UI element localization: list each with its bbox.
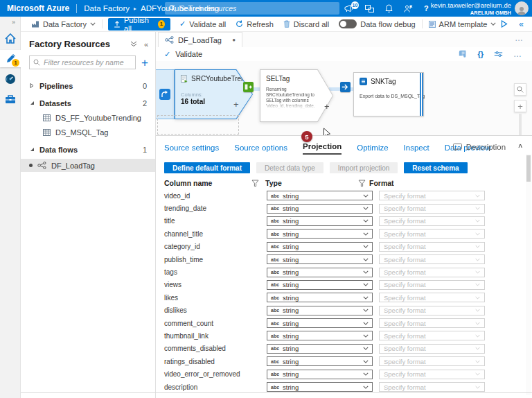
type-dropdown[interactable]: abc string: [267, 344, 373, 354]
tree-item-ds-ff-youtubetrending[interactable]: DS_FF_YoutubeTrending: [21, 111, 155, 124]
format-dropdown[interactable]: Specify format: [379, 229, 485, 239]
tree-group-pipelines[interactable]: Pipelines 0: [21, 79, 155, 92]
reset-schema-button[interactable]: Reset schema: [404, 162, 467, 173]
format-dropdown[interactable]: Specify format: [379, 254, 485, 264]
expand-rail-icon[interactable]: »: [0, 17, 20, 27]
format-dropdown[interactable]: Specify format: [379, 293, 485, 302]
tab-projection[interactable]: 5 Projection: [303, 142, 342, 155]
tree-group-datasets[interactable]: Datasets 2: [21, 96, 155, 110]
type-dropdown[interactable]: abc string: [267, 254, 373, 264]
type-dropdown[interactable]: abc string: [267, 382, 373, 392]
directory-switch-icon[interactable]: [365, 5, 374, 12]
search-input[interactable]: [179, 4, 335, 12]
type-dropdown[interactable]: abc string: [267, 242, 373, 252]
filter-funnel-icon[interactable]: [358, 180, 366, 187]
type-dropdown[interactable]: abc string: [267, 280, 373, 290]
type-dropdown[interactable]: abc string: [267, 370, 373, 379]
tab-inspect[interactable]: Inspect: [404, 144, 429, 155]
tab-source-settings[interactable]: Source settings: [164, 144, 219, 155]
tree-group-dataflows[interactable]: Data flows 1: [21, 143, 155, 156]
format-dropdown[interactable]: Specify format: [379, 318, 485, 328]
tree-item-df-loadtag[interactable]: DF_LoadTag: [21, 159, 155, 172]
breadcrumb-data-factory[interactable]: Data Factory: [84, 4, 130, 12]
type-dropdown[interactable]: abc string: [267, 356, 373, 366]
type-dropdown[interactable]: abc string: [267, 331, 373, 340]
format-dropdown[interactable]: Specify format: [379, 268, 485, 277]
dataflow-debug-toggle[interactable]: Data flow debug: [334, 19, 420, 28]
add-transform-plus[interactable]: +: [233, 99, 239, 110]
script-icon[interactable]: [459, 50, 467, 58]
format-dropdown[interactable]: Specify format: [379, 356, 485, 366]
type-dropdown[interactable]: abc string: [267, 318, 373, 328]
node-sink[interactable]: SNKTag Export data to DS_MSQL_Tag: [353, 72, 424, 116]
collapse-panel-chevron-icon[interactable]: ^: [518, 144, 522, 151]
type-dropdown[interactable]: abc string: [267, 216, 373, 226]
avatar[interactable]: [515, 1, 529, 15]
refresh-button[interactable]: Refresh: [231, 20, 278, 28]
zoom-in-button[interactable]: +: [514, 100, 526, 112]
validate-button[interactable]: Validate: [175, 50, 202, 58]
bell-icon[interactable]: [385, 4, 393, 12]
global-search[interactable]: [165, 2, 339, 15]
format-dropdown[interactable]: Specify format: [379, 242, 485, 252]
format-dropdown[interactable]: Specify format: [379, 344, 485, 354]
more-icon[interactable]: …: [513, 49, 522, 59]
filter-input-wrap[interactable]: [29, 55, 136, 69]
node-select[interactable]: SELTag Renaming SRCYoutubeTrending to SE…: [260, 69, 333, 122]
feedback-icon[interactable]: [404, 5, 413, 12]
nav-home[interactable]: [0, 30, 21, 47]
collapse-panel-icon[interactable]: «: [519, 19, 524, 29]
add-resource-button[interactable]: +: [141, 57, 148, 69]
import-projection-button[interactable]: Import projection: [330, 162, 398, 173]
help-icon[interactable]: ?: [424, 4, 429, 12]
type-dropdown[interactable]: abc string: [267, 268, 373, 277]
tree-item-ds-msql-tag[interactable]: DS_MSQL_Tag: [21, 126, 155, 139]
scrollbar-thumb[interactable]: [526, 155, 531, 182]
type-dropdown[interactable]: abc string: [267, 204, 373, 214]
tab-source-options[interactable]: Source options: [234, 144, 287, 155]
nav-manage[interactable]: [0, 90, 21, 107]
type-dropdown[interactable]: abc string: [267, 306, 373, 315]
type-dropdown[interactable]: abc string: [267, 191, 373, 200]
add-transform-plus[interactable]: +: [324, 101, 330, 112]
format-dropdown[interactable]: Specify format: [379, 204, 485, 214]
play-icon[interactable]: [501, 20, 508, 28]
arm-template-menu[interactable]: ARM template: [424, 20, 502, 28]
code-braces-icon[interactable]: {}: [477, 50, 484, 58]
define-default-format-button[interactable]: Define default format: [164, 162, 250, 173]
filter-resources-input[interactable]: [44, 58, 132, 67]
discard-all-button[interactable]: Discard all: [278, 20, 334, 28]
more-icon[interactable]: …: [515, 33, 524, 43]
format-dropdown[interactable]: Specify format: [379, 280, 485, 290]
publish-all-button[interactable]: Publish all 1: [108, 18, 170, 31]
dataflow-canvas[interactable]: SRCYoutubeTrending Columns: 16 total + S…: [156, 61, 532, 136]
panel-scrollbar[interactable]: [526, 154, 531, 395]
format-dropdown[interactable]: Specify format: [379, 191, 485, 200]
node-source[interactable]: SRCYoutubeTrending Columns: 16 total: [175, 69, 253, 119]
filter-funnel-icon[interactable]: [251, 180, 259, 187]
format-dropdown[interactable]: Specify format: [379, 382, 485, 392]
select-transform-icon: [243, 82, 254, 92]
format-dropdown[interactable]: Specify format: [379, 306, 485, 315]
toggle-off-icon[interactable]: [339, 19, 357, 28]
type-dropdown[interactable]: abc string: [267, 229, 373, 239]
format-dropdown[interactable]: Specify format: [379, 216, 485, 226]
user-info[interactable]: kevin.taxweiler@arelium.de ARELIUM GMBH: [431, 2, 511, 16]
type-dropdown[interactable]: abc string: [267, 293, 373, 302]
tab-optimize[interactable]: Optimize: [357, 144, 388, 155]
detect-data-type-button[interactable]: Detect data type: [256, 162, 323, 173]
tab-df-loadtag[interactable]: DF_LoadTag ●: [158, 32, 242, 47]
scope-selector[interactable]: Data Factory: [26, 20, 100, 28]
settings-sliders-icon[interactable]: [494, 51, 503, 58]
canvas-search-button[interactable]: [514, 83, 526, 96]
zoom-slider[interactable]: [519, 114, 522, 136]
nav-author[interactable]: 1: [0, 50, 21, 67]
format-dropdown[interactable]: Specify format: [379, 370, 485, 379]
collapse-all-icon[interactable]: [130, 41, 137, 47]
collapse-sidebar-icon[interactable]: «: [144, 40, 148, 49]
format-dropdown[interactable]: Specify format: [379, 331, 485, 340]
description-control[interactable]: Description ^: [453, 143, 522, 151]
nav-monitor[interactable]: [0, 70, 21, 87]
announcements-icon[interactable]: 10: [344, 4, 354, 12]
validate-all-button[interactable]: ✓ Validate all: [175, 19, 231, 28]
